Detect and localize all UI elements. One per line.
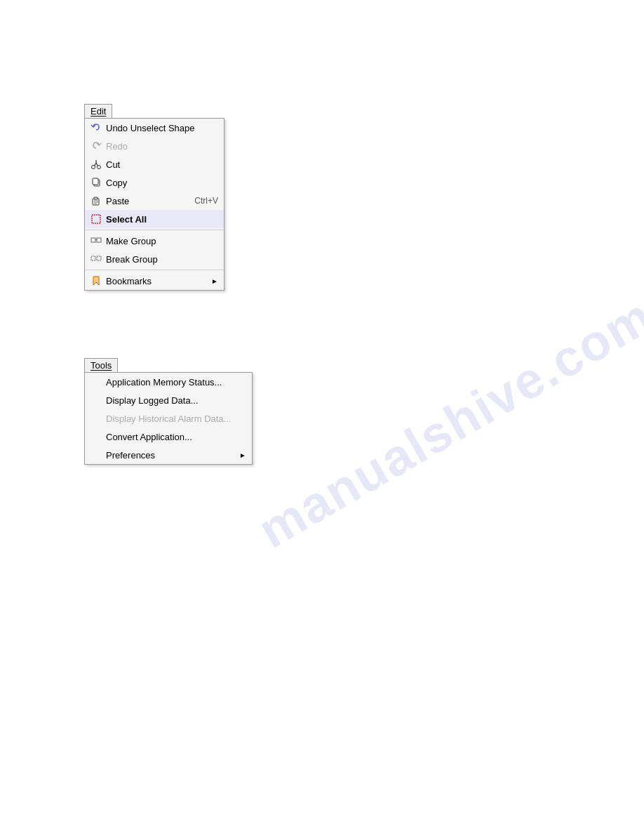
menu-item-bookmarks[interactable]: Bookmarks ► bbox=[85, 272, 224, 290]
bookmarks-arrow: ► bbox=[211, 277, 218, 285]
separator-2 bbox=[85, 270, 224, 270]
separator-1 bbox=[85, 230, 224, 230]
svg-rect-15 bbox=[91, 256, 95, 260]
tools-menu-tab[interactable]: Tools bbox=[84, 358, 118, 372]
breakgroup-label: Break Group bbox=[106, 254, 218, 265]
menu-item-undo[interactable]: Undo Unselect Shape bbox=[85, 119, 224, 137]
svg-rect-14 bbox=[97, 238, 101, 242]
display-logged-label: Display Logged Data... bbox=[106, 395, 246, 406]
paste-label: Paste bbox=[106, 196, 180, 206]
cut-label: Cut bbox=[106, 159, 218, 170]
convert-app-label: Convert Application... bbox=[106, 432, 246, 442]
menu-item-display-logged[interactable]: Display Logged Data... bbox=[85, 391, 252, 409]
copy-icon bbox=[89, 176, 103, 190]
menu-item-paste[interactable]: Paste Ctrl+V bbox=[85, 192, 224, 210]
paste-shortcut: Ctrl+V bbox=[194, 196, 218, 206]
preferences-icon bbox=[89, 448, 103, 462]
display-logged-icon bbox=[89, 393, 103, 407]
preferences-arrow: ► bbox=[239, 451, 246, 459]
selectall-label: Select All bbox=[106, 214, 218, 225]
undo-label: Undo Unselect Shape bbox=[106, 123, 218, 133]
menu-item-display-historical[interactable]: Display Historical Alarm Data... bbox=[85, 409, 252, 428]
edit-menu-tab[interactable]: Edit bbox=[84, 104, 112, 118]
breakgroup-icon bbox=[89, 252, 103, 266]
svg-line-3 bbox=[96, 163, 98, 166]
menu-item-preferences[interactable]: Preferences ► bbox=[85, 446, 252, 464]
menu-item-copy[interactable]: Copy bbox=[85, 173, 224, 192]
selectall-icon bbox=[89, 212, 103, 226]
edit-menu-dropdown: Undo Unselect Shape Redo bbox=[84, 118, 224, 291]
preferences-label: Preferences bbox=[106, 450, 239, 461]
undo-icon bbox=[89, 121, 103, 135]
bookmarks-icon bbox=[89, 274, 103, 288]
makegroup-icon bbox=[89, 234, 103, 248]
watermark: manualshive.com bbox=[248, 286, 644, 559]
convert-app-icon bbox=[89, 430, 103, 444]
menu-item-cut[interactable]: Cut bbox=[85, 155, 224, 173]
app-memory-label: Application Memory Status... bbox=[106, 377, 246, 388]
svg-rect-8 bbox=[94, 197, 98, 199]
tools-tab-label: Tools bbox=[90, 360, 112, 371]
display-historical-icon bbox=[89, 411, 103, 425]
svg-rect-16 bbox=[97, 256, 101, 260]
display-historical-label: Display Historical Alarm Data... bbox=[106, 413, 246, 424]
menu-item-app-memory[interactable]: Application Memory Status... bbox=[85, 373, 252, 391]
app-memory-icon bbox=[89, 375, 103, 389]
menu-item-redo[interactable]: Redo bbox=[85, 137, 224, 155]
paste-icon bbox=[89, 194, 103, 208]
svg-line-2 bbox=[95, 163, 97, 166]
edit-menu-container: Edit Undo Unselect Shape Redo bbox=[84, 104, 224, 291]
bookmarks-label: Bookmarks bbox=[106, 276, 211, 286]
cut-icon bbox=[89, 157, 103, 171]
makegroup-label: Make Group bbox=[106, 236, 218, 246]
menu-item-makegroup[interactable]: Make Group bbox=[85, 232, 224, 250]
tools-menu-container: Tools Application Memory Status... Displ… bbox=[84, 358, 253, 465]
redo-label: Redo bbox=[106, 141, 218, 152]
svg-rect-13 bbox=[91, 238, 95, 242]
menu-item-breakgroup[interactable]: Break Group bbox=[85, 250, 224, 268]
tools-menu-dropdown: Application Memory Status... Display Log… bbox=[84, 372, 253, 465]
redo-icon bbox=[89, 139, 103, 153]
svg-rect-6 bbox=[93, 178, 98, 185]
edit-tab-label: Edit bbox=[90, 106, 106, 117]
menu-item-selectall[interactable]: Select All bbox=[85, 210, 224, 228]
copy-label: Copy bbox=[106, 178, 218, 188]
menu-item-convert-app[interactable]: Convert Application... bbox=[85, 428, 252, 446]
svg-rect-12 bbox=[92, 215, 100, 223]
